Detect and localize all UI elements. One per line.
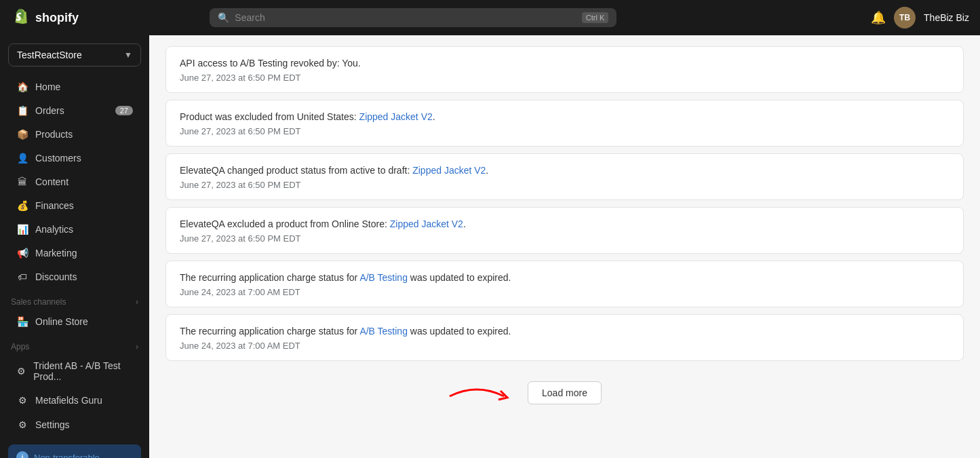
sidebar-item-customers[interactable]: 👤 Customers <box>5 147 144 170</box>
nav-label-content: Content <box>35 176 68 187</box>
activity-link-4[interactable]: Zipped Jacket V2 <box>390 218 463 229</box>
arrow-annotation <box>443 376 524 410</box>
sidebar-item-home[interactable]: 🏠 Home <box>5 75 144 98</box>
non-transferable-label: Non-transferable <box>34 453 100 459</box>
apps-expand-icon[interactable]: › <box>136 342 138 351</box>
orders-icon: 📋 <box>16 104 28 117</box>
nav-label-finances: Finances <box>35 200 74 211</box>
orders-badge: 27 <box>115 106 133 115</box>
activity-text-5: The recurring application charge status … <box>180 271 949 285</box>
sidebar-item-metafields[interactable]: ⚙ Metafields Guru <box>5 389 144 412</box>
settings-icon: ⚙ <box>16 419 28 431</box>
activity-text-2: Product was excluded from United States:… <box>180 110 949 124</box>
sidebar-item-trident[interactable]: ⚙ Trident AB - A/B Test Prod... <box>5 355 144 387</box>
activity-link-6[interactable]: A/B Testing <box>359 326 408 337</box>
main-layout: TestReactStore ▼ 🏠 Home 📋 Orders 27 📦 Pr… <box>0 35 980 458</box>
activity-link-3[interactable]: Zipped Jacket V2 <box>412 165 486 176</box>
search-input[interactable] <box>235 12 576 23</box>
nav-label-metafields: Metafields Guru <box>35 395 102 406</box>
home-icon: 🏠 <box>16 81 28 93</box>
activity-timestamp-3: June 27, 2023 at 6:50 PM EDT <box>180 180 949 190</box>
trident-app-icon: ⚙ <box>16 365 26 377</box>
nav-label-orders: Orders <box>35 105 64 116</box>
sales-channels-expand-icon[interactable]: › <box>136 297 138 307</box>
nav-label-settings: Settings <box>35 419 70 430</box>
marketing-icon: 📢 <box>16 247 28 259</box>
activity-text-1: API access to A/B Testing revoked by: Yo… <box>180 56 949 71</box>
username[interactable]: TheBiz Biz <box>924 12 969 23</box>
nav-label-customers: Customers <box>35 153 81 164</box>
metafields-app-icon: ⚙ <box>16 394 28 406</box>
products-icon: 📦 <box>16 128 28 140</box>
nav-label-trident: Trident AB - A/B Test Prod... <box>33 360 133 382</box>
activity-item-4: ElevateQA excluded a product from Online… <box>165 207 964 254</box>
sidebar-item-analytics[interactable]: 📊 Analytics <box>5 218 144 241</box>
sidebar-item-content[interactable]: 🏛 Content <box>5 170 144 193</box>
search-icon: 🔍 <box>218 12 229 23</box>
sales-channels-section: Sales channels › <box>0 289 149 309</box>
store-selector[interactable]: TestReactStore ▼ <box>8 43 141 66</box>
nav-label-discounts: Discounts <box>35 271 77 282</box>
activity-item-3: ElevateQA changed product status from ac… <box>165 153 964 200</box>
content-area: API access to A/B Testing revoked by: Yo… <box>149 35 980 458</box>
load-more-button[interactable]: Load more <box>528 381 602 404</box>
search-bar[interactable]: 🔍 Ctrl K <box>210 8 616 27</box>
activity-timestamp-1: June 27, 2023 at 6:50 PM EDT <box>180 73 949 83</box>
load-more-area: Load more <box>165 368 964 418</box>
shopify-logo: shopify <box>11 8 79 27</box>
nav-label-home: Home <box>35 81 60 92</box>
topbar-right: 🔔 TB TheBiz Biz <box>871 7 969 28</box>
activity-text-4: ElevateQA excluded a product from Online… <box>180 217 949 231</box>
store-name: TestReactStore <box>17 50 82 60</box>
online-store-icon: 🏪 <box>16 316 28 328</box>
notifications-button[interactable]: 🔔 <box>871 10 886 25</box>
activity-item-1: API access to A/B Testing revoked by: Yo… <box>165 46 964 93</box>
search-shortcut: Ctrl K <box>582 12 609 23</box>
activity-timestamp-5: June 24, 2023 at 7:00 AM EDT <box>180 287 949 297</box>
avatar[interactable]: TB <box>894 7 916 28</box>
non-transferable-banner[interactable]: i Non-transferable <box>8 444 141 458</box>
activity-timestamp-2: June 27, 2023 at 6:50 PM EDT <box>180 126 949 136</box>
activity-text-3: ElevateQA changed product status from ac… <box>180 164 949 178</box>
sidebar-item-online-store[interactable]: 🏪 Online Store <box>5 310 144 333</box>
sidebar-item-settings[interactable]: ⚙ Settings <box>5 413 144 436</box>
info-icon: i <box>16 451 28 458</box>
nav-label-analytics: Analytics <box>35 224 73 235</box>
finances-icon: 💰 <box>16 199 28 212</box>
sales-channels-label: Sales channels <box>11 297 66 307</box>
nav-label-marketing: Marketing <box>35 248 77 259</box>
sidebar-item-finances[interactable]: 💰 Finances <box>5 194 144 217</box>
sidebar-item-marketing[interactable]: 📢 Marketing <box>5 242 144 265</box>
activity-item-5: The recurring application charge status … <box>165 261 964 307</box>
analytics-icon: 📊 <box>16 223 28 235</box>
activity-link-5[interactable]: A/B Testing <box>359 272 408 283</box>
topbar: shopify 🔍 Ctrl K 🔔 TB TheBiz Biz <box>0 0 980 35</box>
apps-label: Apps <box>11 342 29 351</box>
logo-text: shopify <box>35 11 79 25</box>
activity-item-2: Product was excluded from United States:… <box>165 100 964 147</box>
discounts-icon: 🏷 <box>16 271 28 283</box>
activity-item-6: The recurring application charge status … <box>165 314 964 361</box>
sidebar-item-discounts[interactable]: 🏷 Discounts <box>5 265 144 288</box>
chevron-down-icon: ▼ <box>124 50 132 60</box>
apps-section: Apps › <box>0 334 149 354</box>
activity-link-2[interactable]: Zipped Jacket V2 <box>359 111 433 122</box>
sidebar-bottom: ⚙ Settings i Non-transferable <box>0 413 149 458</box>
main-nav: 🏠 Home 📋 Orders 27 📦 Products 👤 Customer… <box>0 75 149 289</box>
content-icon: 🏛 <box>16 176 28 188</box>
nav-label-online-store: Online Store <box>35 316 88 327</box>
sidebar: TestReactStore ▼ 🏠 Home 📋 Orders 27 📦 Pr… <box>0 35 149 458</box>
activity-text-6: The recurring application charge status … <box>180 324 949 339</box>
customers-icon: 👤 <box>16 152 28 164</box>
sidebar-item-products[interactable]: 📦 Products <box>5 123 144 146</box>
activity-timestamp-4: June 27, 2023 at 6:50 PM EDT <box>180 233 949 244</box>
sidebar-item-orders[interactable]: 📋 Orders 27 <box>5 99 144 122</box>
nav-label-products: Products <box>35 129 73 140</box>
activity-timestamp-6: June 24, 2023 at 7:00 AM EDT <box>180 341 949 351</box>
